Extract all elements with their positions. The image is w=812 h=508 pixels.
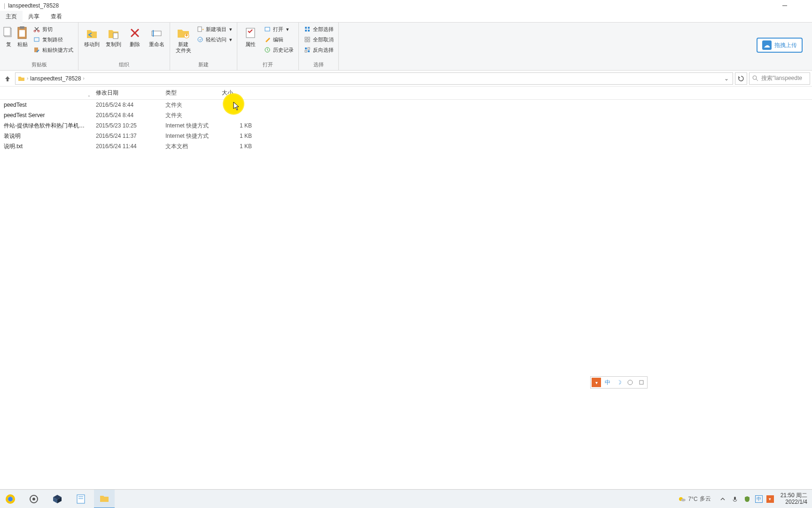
paste-button[interactable]: 粘贴 — [15, 24, 30, 48]
notepad-icon — [76, 494, 86, 504]
group-open: 属性 打开▾ 编辑 历史记录 打开 — [237, 23, 299, 70]
selectnone-button[interactable]: 全部取消 — [302, 35, 336, 44]
history-icon — [264, 46, 271, 54]
invertselection-button[interactable]: 反向选择 — [302, 45, 336, 55]
weather-icon — [678, 495, 686, 503]
chevron-down-icon: ▾ — [286, 26, 289, 32]
up-arrow-icon — [4, 75, 11, 82]
properties-icon — [243, 25, 258, 40]
explorer-icon — [99, 493, 109, 504]
properties-button[interactable]: 属性 — [240, 24, 261, 48]
pasteshortcut-button[interactable]: 粘贴快捷方式 — [31, 45, 75, 55]
open-button[interactable]: 打开▾ — [262, 24, 296, 34]
float-tool-1[interactable]: ▾ — [592, 378, 601, 387]
taskbar-settings[interactable] — [23, 490, 44, 508]
file-row[interactable]: 说明.txt 2016/5/24 11:44 文本文档 1 KB — [0, 141, 812, 151]
file-row[interactable]: 装说明 2016/5/24 11:37 Internet 快捷方式 1 KB — [0, 131, 812, 141]
address-dropdown[interactable]: ⌄ — [722, 75, 731, 82]
cloud-upload-button[interactable]: ☁ 拖拽上传 — [757, 38, 803, 53]
column-name[interactable]: ⌃ — [0, 91, 92, 95]
newitem-button[interactable]: ✦ 新建项目▾ — [195, 24, 234, 34]
group-label-clipboard: 剪贴板 — [31, 60, 47, 70]
moveto-icon — [84, 25, 99, 40]
file-row[interactable]: peedTest 2016/5/24 8:44 文件夹 — [0, 100, 812, 110]
title-bar: | lanspeedtest_78528 — [0, 0, 812, 11]
float-tool-5[interactable] — [637, 378, 646, 387]
delete-button[interactable]: 删除 — [125, 24, 145, 48]
svg-rect-26 — [308, 37, 310, 39]
svg-line-34 — [756, 79, 758, 81]
column-type[interactable]: 类型 — [162, 87, 218, 99]
rename-button[interactable]: 重命名 — [146, 24, 167, 48]
group-label-new: 新建 — [198, 60, 209, 70]
tray-app-1[interactable] — [743, 495, 751, 503]
column-date[interactable]: 修改日期 — [92, 87, 162, 99]
svg-rect-21 — [305, 27, 307, 29]
cloud-icon: ☁ — [762, 40, 772, 50]
svg-point-39 — [8, 497, 13, 501]
column-size[interactable]: 大小 — [218, 87, 256, 99]
easyaccess-button[interactable]: 轻松访问▾ — [195, 35, 234, 44]
svg-rect-45 — [100, 498, 109, 502]
group-label-organize: 组织 — [119, 60, 129, 70]
edit-button[interactable]: 编辑 — [262, 35, 296, 44]
group-organize: 移动到 复制到 删除 重命名 组织 — [78, 23, 170, 70]
breadcrumb-folder[interactable]: lanspeedtest_78528 — [30, 75, 81, 82]
copypath-button[interactable]: 复制路径 — [31, 35, 75, 44]
search-icon — [752, 75, 758, 81]
svg-point-35 — [628, 380, 632, 385]
tab-view[interactable]: 查看 — [45, 11, 68, 23]
folder-icon — [17, 75, 25, 82]
file-row[interactable]: peedTest Server 2016/5/24 8:44 文件夹 — [0, 110, 812, 120]
group-select: 全部选择 全部取消 反向选择 选择 — [299, 23, 339, 70]
taskbar-weather[interactable]: 7°C 多云 — [678, 495, 714, 503]
nav-up-button[interactable] — [2, 73, 13, 84]
taskbar-clock[interactable]: 21:50 周二 2022/1/4 — [778, 492, 810, 505]
copy-icon — [1, 25, 16, 40]
svg-rect-25 — [305, 37, 307, 39]
float-tool-2[interactable]: 中 — [603, 378, 612, 387]
chevron-right-icon: › — [83, 76, 84, 81]
selectall-button[interactable]: 全部选择 — [302, 24, 336, 34]
history-button[interactable]: 历史记录 — [262, 45, 296, 55]
minimize-button[interactable] — [775, 0, 794, 11]
cut-button[interactable]: 剪切 — [31, 24, 75, 34]
newfolder-button[interactable]: ✦ 新建 文件夹 — [173, 24, 194, 55]
taskbar: 7°C 多云 中 ▾ 21:50 周二 2022/1/4 — [0, 489, 812, 508]
taskbar-explorer[interactable] — [94, 490, 115, 508]
float-tool-4[interactable] — [625, 378, 635, 387]
tray-expand[interactable] — [718, 495, 727, 503]
tab-share[interactable]: 共享 — [23, 11, 45, 23]
taskbar-app-1[interactable] — [47, 490, 68, 508]
address-bar[interactable]: › lanspeedtest_78528 › ⌄ — [15, 72, 733, 85]
copypath-icon — [33, 36, 40, 43]
open-icon — [264, 25, 271, 33]
svg-rect-8 — [34, 38, 39, 41]
rename-icon — [149, 25, 164, 40]
search-input[interactable]: 搜索"lanspeedte — [749, 72, 810, 85]
float-tool-3[interactable]: ☽ — [614, 378, 624, 387]
taskbar-chrome[interactable] — [0, 490, 21, 508]
copyto-icon — [106, 25, 121, 40]
ribbon-tab-row: 主页 共享 查看 — [0, 11, 812, 23]
chevron-down-icon: ▾ — [229, 37, 232, 43]
paste-icon — [15, 25, 30, 40]
svg-rect-22 — [308, 27, 310, 29]
sort-indicator-icon: ⌃ — [87, 95, 91, 99]
tray-mic[interactable] — [731, 495, 739, 503]
tray-app-2[interactable]: ▾ — [766, 495, 774, 503]
copyto-button[interactable]: 复制到 — [103, 24, 124, 48]
copy-button[interactable]: 复 — [3, 24, 14, 48]
moveto-button[interactable]: 移动到 — [81, 24, 102, 48]
shield-icon — [744, 496, 750, 502]
file-row[interactable]: 件站-提供绿色软件和热门单机游… 2015/5/23 10:25 Interne… — [0, 120, 812, 131]
tray-ime[interactable]: 中 — [755, 495, 763, 503]
svg-rect-4 — [20, 26, 24, 29]
svg-rect-27 — [305, 40, 307, 42]
chevron-right-icon: › — [27, 76, 28, 81]
refresh-button[interactable] — [735, 72, 747, 85]
taskbar-app-2[interactable] — [70, 490, 91, 508]
tab-home[interactable]: 主页 — [0, 11, 23, 23]
breadcrumb: lanspeedtest_78528 › — [30, 75, 720, 82]
invert-icon — [304, 46, 311, 54]
